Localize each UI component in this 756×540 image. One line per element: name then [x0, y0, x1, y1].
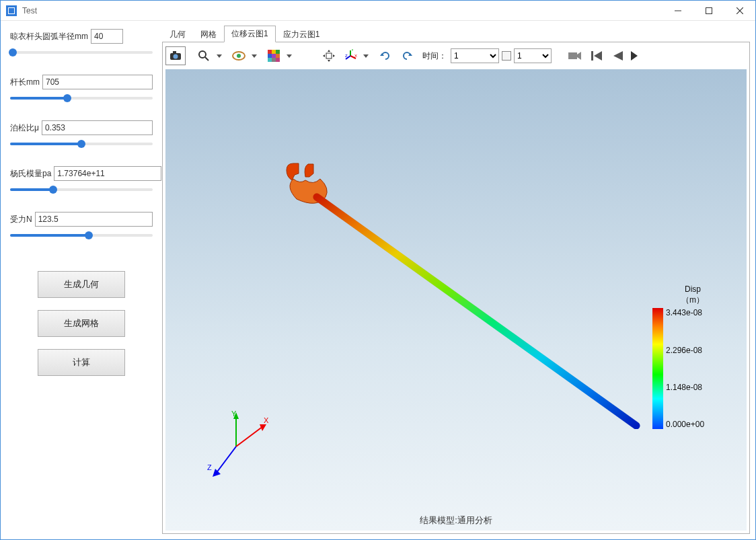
- param-young: 杨氏模量pa: [10, 166, 153, 196]
- viewer-container: YXZ 时间： 1 1: [162, 42, 750, 534]
- maximize-button[interactable]: [693, 1, 724, 21]
- svg-point-7: [199, 51, 206, 58]
- svg-marker-27: [333, 54, 335, 57]
- svg-line-48: [236, 426, 263, 447]
- svg-point-5: [174, 54, 178, 59]
- window-title: Test: [22, 6, 37, 15]
- step-button[interactable]: [502, 51, 511, 61]
- camera-icon[interactable]: [165, 46, 186, 65]
- color-legend: Disp （m） 3.443e-08 2.296e-08 1.148e-08 0…: [652, 284, 733, 429]
- time-select[interactable]: 1: [451, 48, 499, 63]
- legend-ticks: 3.443e-08 2.296e-08 1.148e-08 0.000e+00: [666, 308, 704, 429]
- svg-marker-25: [328, 60, 330, 62]
- svg-marker-24: [328, 50, 330, 52]
- more-icon[interactable]: [630, 46, 639, 65]
- svg-rect-15: [276, 50, 280, 54]
- force-slider[interactable]: [10, 229, 153, 241]
- young-label: 杨氏模量pa: [10, 168, 51, 180]
- coord-icon[interactable]: YXZ: [340, 46, 361, 65]
- tab-mesh[interactable]: 网格: [193, 26, 224, 42]
- svg-marker-52: [213, 469, 221, 477]
- svg-rect-1: [706, 7, 712, 13]
- radius-slider[interactable]: [10, 46, 153, 59]
- generate-geometry-button[interactable]: 生成几何: [38, 271, 125, 298]
- param-poisson: 泊松比μ: [10, 120, 153, 150]
- young-slider[interactable]: [10, 184, 153, 196]
- svg-rect-18: [276, 54, 280, 58]
- legend-title: Disp: [685, 284, 701, 294]
- record-icon[interactable]: [565, 46, 585, 65]
- length-input[interactable]: [42, 75, 153, 89]
- frame-select[interactable]: 1: [514, 48, 552, 63]
- svg-marker-41: [613, 51, 623, 61]
- titlebar: Test: [1, 1, 755, 21]
- svg-rect-6: [173, 51, 176, 54]
- svg-text:Z: Z: [207, 463, 212, 471]
- svg-text:X: X: [354, 54, 357, 58]
- svg-line-51: [216, 447, 236, 473]
- force-input[interactable]: [35, 212, 153, 227]
- svg-rect-17: [272, 54, 276, 58]
- param-radius: 晾衣杆头圆弧半径mm: [10, 29, 153, 59]
- svg-rect-13: [268, 50, 272, 54]
- poisson-slider[interactable]: [10, 138, 153, 150]
- zoom-icon[interactable]: [194, 46, 214, 65]
- app-icon: [6, 5, 17, 16]
- move-icon[interactable]: [319, 46, 339, 65]
- svg-rect-37: [568, 52, 577, 59]
- close-button[interactable]: [724, 1, 755, 21]
- action-buttons: 生成几何 生成网格 计算: [10, 271, 153, 376]
- generate-mesh-button[interactable]: 生成网格: [38, 310, 125, 337]
- force-label: 受力N: [10, 214, 32, 225]
- result-model-label: 结果模型:通用分析: [420, 514, 492, 527]
- svg-point-11: [237, 54, 241, 58]
- svg-line-8: [205, 57, 209, 61]
- param-length: 杆长mm: [10, 75, 153, 104]
- svg-text:Y: Y: [231, 410, 237, 418]
- time-label: 时间：: [422, 50, 447, 62]
- svg-text:Z: Z: [345, 54, 348, 58]
- compute-button[interactable]: 计算: [38, 349, 125, 376]
- svg-rect-14: [272, 50, 276, 54]
- tab-geometry[interactable]: 几何: [162, 26, 193, 42]
- play-back-icon[interactable]: [608, 46, 628, 65]
- young-input[interactable]: [54, 166, 161, 181]
- viewport[interactable]: Y X Z Disp （m）: [165, 69, 747, 531]
- tabs: 几何 网格 位移云图1 应力云图1: [162, 26, 750, 42]
- svg-marker-40: [594, 51, 602, 61]
- zoom-dropdown-icon[interactable]: [215, 53, 223, 59]
- radius-input[interactable]: [91, 29, 123, 44]
- svg-marker-12: [252, 54, 257, 58]
- param-force: 受力N: [10, 212, 153, 241]
- coord-dropdown-icon[interactable]: [362, 53, 370, 59]
- rotate-ccw-icon[interactable]: [375, 46, 395, 65]
- svg-rect-19: [268, 58, 272, 62]
- length-slider[interactable]: [10, 92, 153, 104]
- svg-rect-16: [268, 54, 272, 58]
- axis-triad: Y X Z: [199, 410, 273, 484]
- svg-rect-39: [591, 51, 593, 61]
- left-panel: 晾衣杆头圆弧半径mm 杆长mm 泊松比μ: [6, 26, 157, 534]
- svg-rect-21: [276, 58, 280, 62]
- poisson-input[interactable]: [42, 120, 153, 135]
- skip-back-icon[interactable]: [587, 46, 607, 65]
- tab-stress[interactable]: 应力云图1: [276, 26, 328, 42]
- radius-label: 晾衣杆头圆弧半径mm: [10, 31, 88, 42]
- poisson-label: 泊松比μ: [10, 122, 39, 134]
- rotate-cw-icon[interactable]: [397, 46, 417, 65]
- color-dropdown-icon[interactable]: [285, 53, 293, 59]
- color-cube-icon[interactable]: [264, 46, 284, 65]
- legend-bar: [652, 308, 663, 429]
- length-label: 杆长mm: [10, 77, 40, 88]
- view-dropdown-icon[interactable]: [250, 53, 258, 59]
- svg-marker-34: [363, 54, 369, 58]
- tab-displacement[interactable]: 位移云图1: [224, 26, 276, 42]
- legend-unit: （m）: [681, 295, 704, 305]
- content: 晾衣杆头圆弧半径mm 杆长mm 泊松比μ: [1, 21, 755, 539]
- model-rod: [280, 160, 643, 429]
- svg-text:X: X: [264, 416, 269, 424]
- svg-marker-22: [287, 54, 292, 58]
- minimize-button[interactable]: [663, 1, 693, 21]
- eye-icon[interactable]: [229, 46, 249, 65]
- viewer-toolbar: YXZ 时间： 1 1: [165, 45, 747, 67]
